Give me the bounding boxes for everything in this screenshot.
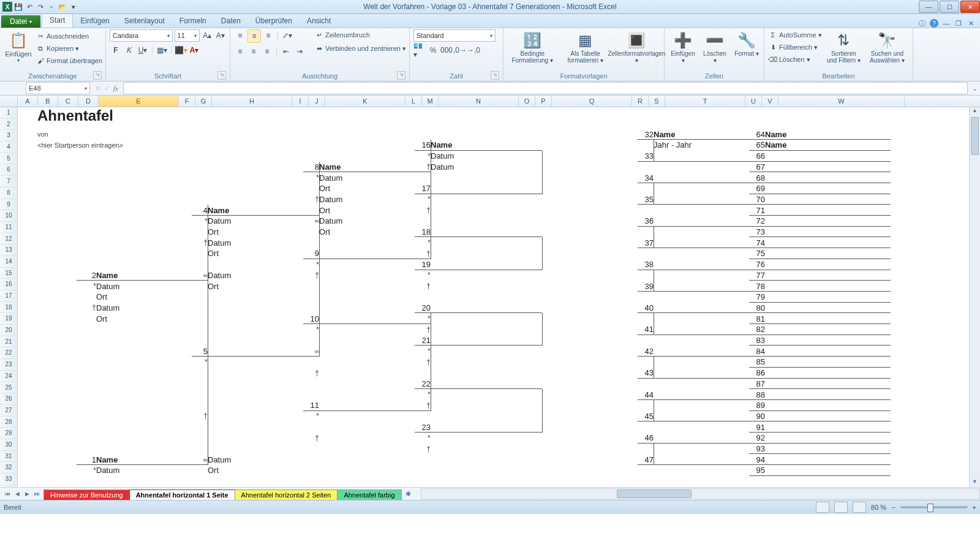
sheet-tab-0[interactable]: Hinweise zur Benutzung: [43, 490, 130, 500]
cell-H16[interactable]: Datum: [208, 270, 287, 281]
col-header-V[interactable]: V: [762, 96, 778, 107]
cell-M10[interactable]: †: [415, 205, 432, 216]
cell-H14[interactable]: Ort: [208, 248, 287, 259]
cell-M17[interactable]: †: [415, 281, 432, 292]
orientation-icon[interactable]: ⤢▾: [281, 29, 293, 42]
cut-button[interactable]: ✂Ausschneiden: [36, 31, 102, 42]
cell-S23[interactable]: 42: [638, 346, 655, 357]
tab-data[interactable]: Daten: [214, 14, 248, 28]
col-header-E[interactable]: E: [99, 96, 179, 107]
grow-font-icon[interactable]: A▴: [202, 29, 213, 42]
qat-more-icon[interactable]: ▾: [69, 2, 78, 12]
row-header-17[interactable]: 17: [0, 290, 17, 302]
clipboard-dialog-icon[interactable]: ↘: [93, 71, 102, 80]
cell-S33[interactable]: 47: [638, 454, 655, 465]
row-header-29[interactable]: 29: [0, 428, 17, 439]
cell-D34[interactable]: *: [77, 465, 98, 476]
row-header-27[interactable]: 27: [0, 405, 17, 417]
cell-S27[interactable]: 44: [638, 389, 655, 400]
find-select-button[interactable]: 🔭Suchen und Auswählen ▾: [865, 29, 909, 65]
currency-icon[interactable]: 💶▾: [413, 44, 426, 56]
cell-V32[interactable]: 93: [749, 444, 767, 455]
underline-button[interactable]: U▾: [137, 44, 149, 56]
cell-B3[interactable]: von: [37, 129, 57, 140]
cell-V6[interactable]: 67: [749, 162, 767, 173]
cell-J16[interactable]: †: [303, 270, 321, 281]
percent-icon[interactable]: %: [427, 44, 439, 56]
sheet-prev-icon[interactable]: ◀: [12, 491, 22, 497]
cell-J28[interactable]: 11: [303, 400, 321, 411]
clear-button[interactable]: ⌫Löschen ▾: [768, 54, 822, 65]
new-icon[interactable]: ▫: [47, 2, 56, 12]
sheet-next-icon[interactable]: ▶: [22, 491, 32, 497]
cell-G16[interactable]: ∞: [192, 270, 209, 281]
col-header-U[interactable]: U: [745, 96, 762, 107]
cell-M15[interactable]: 19: [415, 259, 432, 270]
cells-area[interactable]: Ahnentafelvon<hier Startperson eintragen…: [18, 107, 980, 488]
col-header-W[interactable]: W: [778, 96, 905, 107]
cell-V20[interactable]: 81: [749, 313, 767, 324]
autosum-button[interactable]: ΣAutoSumme ▾: [768, 29, 822, 40]
thousands-icon[interactable]: 000: [440, 44, 453, 56]
cell-V26[interactable]: 87: [749, 379, 767, 390]
row-header-6[interactable]: 6: [0, 164, 17, 176]
minimize-button[interactable]: ―: [919, 1, 938, 13]
row-header-24[interactable]: 24: [0, 371, 17, 382]
cell-M21[interactable]: †: [415, 324, 432, 335]
help-icon[interactable]: ?: [930, 19, 938, 28]
italic-button[interactable]: K: [123, 44, 135, 56]
cell-S31[interactable]: 46: [638, 433, 655, 444]
redo-icon[interactable]: ↷: [36, 2, 45, 12]
cell-V4[interactable]: 65: [749, 140, 767, 151]
font-name-combo[interactable]: Candara▾: [110, 29, 173, 42]
name-box[interactable]: E48▾: [26, 82, 90, 94]
align-right-icon[interactable]: ≡: [261, 45, 273, 58]
col-header-G[interactable]: G: [195, 96, 212, 107]
cell-S13[interactable]: 37: [638, 237, 655, 248]
cell-V5[interactable]: 66: [749, 151, 767, 162]
cell-V8[interactable]: 69: [749, 183, 767, 194]
cell-V30[interactable]: 91: [749, 421, 767, 433]
cell-J23[interactable]: ∞: [303, 346, 321, 357]
cell-G24[interactable]: *: [192, 357, 209, 368]
cell-V13[interactable]: 74: [749, 237, 767, 248]
cell-J15[interactable]: *: [303, 259, 321, 270]
sort-filter-button[interactable]: ⇅Sortieren und Filtern ▾: [824, 29, 863, 65]
wrap-text-button[interactable]: ↵Zeilenumbruch: [314, 29, 406, 40]
tab-view[interactable]: Ansicht: [300, 14, 338, 28]
file-tab[interactable]: Datei: [1, 15, 40, 28]
font-size-combo[interactable]: 11▾: [175, 29, 200, 42]
cell-V18[interactable]: 79: [749, 292, 767, 303]
cell-V16[interactable]: 77: [749, 270, 767, 281]
border-button[interactable]: ▦▾: [156, 44, 168, 56]
cell-V14[interactable]: 75: [749, 248, 767, 259]
cell-M20[interactable]: *: [415, 313, 432, 324]
cancel-formula-icon[interactable]: ✕: [95, 85, 100, 93]
cell-K8[interactable]: Ort: [319, 183, 399, 194]
cell-K6[interactable]: Name: [319, 162, 399, 173]
cell-M32[interactable]: †: [415, 444, 432, 455]
cell-G10[interactable]: 4: [192, 205, 209, 216]
cell-H10[interactable]: Name: [208, 205, 287, 216]
sheet-tab-2[interactable]: Ahnentafel horizontal 2 Seiten: [235, 490, 338, 500]
align-dialog-icon[interactable]: ↘: [397, 71, 405, 80]
cell-M4[interactable]: 16: [415, 140, 432, 151]
view-pagebreak-icon[interactable]: [853, 502, 866, 513]
cell-B4[interactable]: <hier Startperson eintragen>: [37, 140, 197, 151]
cell-V23[interactable]: 84: [749, 346, 767, 357]
zoom-level[interactable]: 80 %: [871, 504, 886, 511]
cell-N5[interactable]: Datum: [431, 151, 510, 162]
col-header-J[interactable]: J: [309, 96, 325, 107]
cell-G23[interactable]: 5: [192, 346, 209, 357]
align-middle-icon[interactable]: ≡: [247, 29, 261, 43]
cell-G13[interactable]: †: [192, 237, 209, 248]
zoom-slider[interactable]: [900, 506, 968, 508]
cell-V28[interactable]: 89: [749, 400, 767, 411]
increase-indent-icon[interactable]: ⇥: [293, 45, 306, 58]
dec-decimal-icon[interactable]: →,0: [467, 44, 480, 56]
shrink-font-icon[interactable]: A▾: [214, 29, 226, 42]
row-header-8[interactable]: 8: [0, 187, 17, 199]
col-header-M[interactable]: M: [422, 96, 439, 107]
scroll-up-icon[interactable]: ▲: [970, 107, 980, 116]
cell-V3[interactable]: 64: [749, 129, 767, 140]
